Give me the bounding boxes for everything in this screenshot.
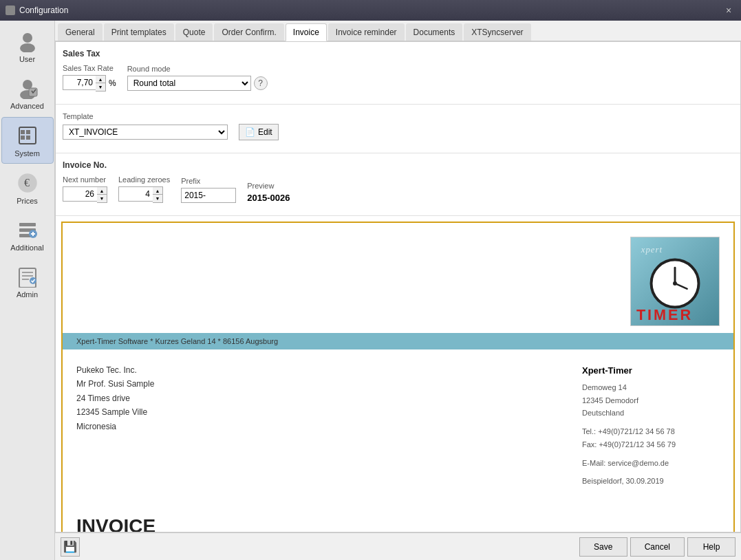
svg-rect-12 — [19, 223, 36, 226]
address-line-1: Pukeko Tec. Inc. — [76, 363, 568, 377]
save-icon-button[interactable]: 💾 — [61, 537, 80, 557]
next-number-spinner-buttons: ▲ ▼ — [97, 186, 107, 203]
tab-xtsyncserver[interactable]: XTSyncserver — [464, 23, 530, 41]
close-button[interactable]: × — [722, 3, 735, 17]
rate-down-button[interactable]: ▼ — [96, 83, 105, 91]
sales-tax-title: Sales Tax — [63, 49, 733, 58]
sender-company: Xpert-Timer — [582, 363, 720, 378]
tab-print-templates[interactable]: Print templates — [104, 23, 174, 41]
next-number-group: Next number ▲ ▼ — [63, 175, 107, 203]
sales-tax-rate-spinner[interactable]: 7,70 ▲ ▼ — [63, 75, 106, 91]
bottom-left: 💾 — [61, 537, 80, 557]
sidebar-item-prices[interactable]: € Prices — [1, 165, 54, 211]
invoice-sender: Xpert-Timer Demoweg 14 12345 Demodorf De… — [582, 363, 720, 488]
svg-text:€: € — [24, 177, 30, 189]
save-disk-icon: 💾 — [63, 540, 77, 553]
leading-zeroes-input[interactable] — [118, 186, 153, 202]
advanced-icon — [15, 76, 40, 100]
preview-area: xpert TIMER — [56, 216, 740, 532]
sender-fax: Fax: +49(0)721/12 34 56 79 — [582, 438, 720, 451]
sales-tax-rate-input[interactable]: 7,70 — [63, 75, 96, 90]
window-title: Configuration — [19, 6, 68, 15]
sidebar-user-label: User — [19, 55, 35, 63]
rate-up-button[interactable]: ▲ — [96, 76, 105, 83]
address-line-3: 24 Times drive — [76, 391, 568, 405]
title-bar: Configuration × — [0, 0, 741, 21]
edit-button[interactable]: 📄 Edit — [239, 124, 279, 140]
sidebar-additional-label: Additional — [10, 244, 43, 252]
admin-icon — [15, 264, 40, 289]
next-number-label: Next number — [63, 175, 107, 184]
tab-invoice-reminder[interactable]: Invoice reminder — [328, 23, 405, 41]
leading-zeroes-down[interactable]: ▼ — [153, 195, 162, 202]
content-area: General Print templates Quote Order Conf… — [55, 21, 741, 560]
sender-email: E-Mail: service@demo.de — [582, 457, 720, 470]
svg-point-20 — [30, 277, 36, 284]
invoice-body: Pukeko Tec. Inc. Mr Prof. Susi Sample 24… — [63, 349, 733, 502]
next-number-input[interactable] — [63, 186, 97, 202]
sales-tax-rate-group: Sales Tax Rate 7,70 ▲ ▼ % — [63, 64, 116, 91]
tab-general[interactable]: General — [58, 23, 103, 41]
sidebar-system-label: System — [14, 149, 40, 158]
next-number-spinner[interactable]: ▲ ▼ — [63, 186, 107, 203]
sender-city: 12345 Demodorf — [582, 394, 720, 407]
next-number-up-button[interactable]: ▲ — [97, 187, 107, 195]
leading-zeroes-label: Leading zeroes — [118, 175, 170, 184]
invoice-address: Pukeko Tec. Inc. Mr Prof. Susi Sample 24… — [76, 363, 568, 488]
sidebar-advanced-label: Advanced — [10, 102, 44, 110]
app-icon — [6, 6, 15, 15]
template-section: Template XT_INVOICE 📄 Edit — [56, 105, 740, 153]
sender-country: Deutschland — [582, 407, 720, 420]
svg-text:xpert: xpert — [641, 245, 663, 255]
preview-label: Preview — [247, 182, 290, 190]
prices-icon: € — [15, 171, 40, 195]
template-select[interactable]: XT_INVOICE — [63, 125, 228, 140]
svg-rect-6 — [21, 130, 25, 134]
prefix-label: Prefix — [181, 177, 236, 185]
system-icon — [15, 123, 40, 148]
tab-bar: General Print templates Quote Order Conf… — [55, 21, 741, 41]
company-logo: xpert TIMER — [630, 237, 720, 326]
rate-suffix: % — [109, 78, 116, 88]
sidebar-item-additional[interactable]: Additional — [1, 212, 54, 257]
svg-rect-8 — [21, 136, 25, 140]
sidebar-item-system[interactable]: System — [1, 117, 54, 164]
tab-invoice[interactable]: Invoice — [286, 23, 327, 41]
help-button[interactable]: Help — [687, 537, 735, 557]
rate-spinner-buttons: ▲ ▼ — [96, 75, 106, 91]
edit-button-label: Edit — [258, 127, 272, 137]
prefix-input[interactable] — [181, 188, 236, 203]
next-number-down-button[interactable]: ▼ — [97, 195, 107, 202]
invoice-no-title: Invoice No. — [63, 160, 733, 170]
sidebar-item-advanced[interactable]: Advanced — [1, 70, 54, 116]
address-line-5: Micronesia — [76, 420, 568, 433]
main-panel: Sales Tax Sales Tax Rate 7,70 ▲ ▼ — [55, 41, 741, 532]
round-mode-group: Round mode Round total Round line items … — [127, 65, 268, 91]
sidebar-item-user[interactable]: User — [1, 23, 54, 69]
svg-point-1 — [20, 43, 35, 52]
svg-rect-9 — [26, 136, 30, 140]
tab-quote[interactable]: Quote — [175, 23, 213, 41]
invoice-logo-area: xpert TIMER — [63, 223, 733, 326]
preview-group: Preview 2015-0026 — [247, 182, 290, 203]
preview-scroll[interactable]: xpert TIMER — [56, 216, 740, 532]
sidebar-prices-label: Prices — [17, 197, 38, 205]
sidebar-item-admin[interactable]: Admin — [1, 259, 54, 304]
header-bar-text: Xpert-Timer Software * Kurzes Geland 14 … — [76, 337, 278, 345]
address-line-2: Mr Prof. Susi Sample — [76, 377, 568, 391]
tab-documents[interactable]: Documents — [406, 23, 463, 41]
round-mode-select[interactable]: Round total Round line items No rounding — [127, 76, 251, 91]
leading-zeroes-group: Leading zeroes ▲ ▼ — [118, 175, 170, 203]
invoice-no-section: Invoice No. Next number ▲ ▼ — [56, 153, 740, 216]
leading-zeroes-up[interactable]: ▲ — [153, 187, 162, 195]
tab-order-confirm[interactable]: Order Confirm. — [214, 23, 283, 41]
round-mode-help-button[interactable]: ? — [254, 76, 268, 90]
sender-street: Demoweg 14 — [582, 381, 720, 394]
cancel-button[interactable]: Cancel — [630, 537, 685, 557]
invoice-title: INVOICE — [76, 515, 720, 532]
leading-zeroes-buttons: ▲ ▼ — [153, 186, 163, 203]
user-icon — [15, 29, 40, 54]
svg-text:TIMER: TIMER — [636, 306, 693, 323]
save-button[interactable]: Save — [579, 537, 627, 557]
leading-zeroes-spinner[interactable]: ▲ ▼ — [118, 186, 170, 203]
